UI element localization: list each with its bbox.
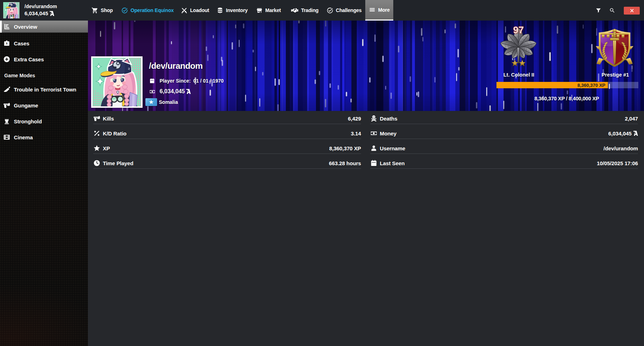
svg-text:$: $ [6,42,7,45]
svg-text:97: 97 [513,25,524,35]
